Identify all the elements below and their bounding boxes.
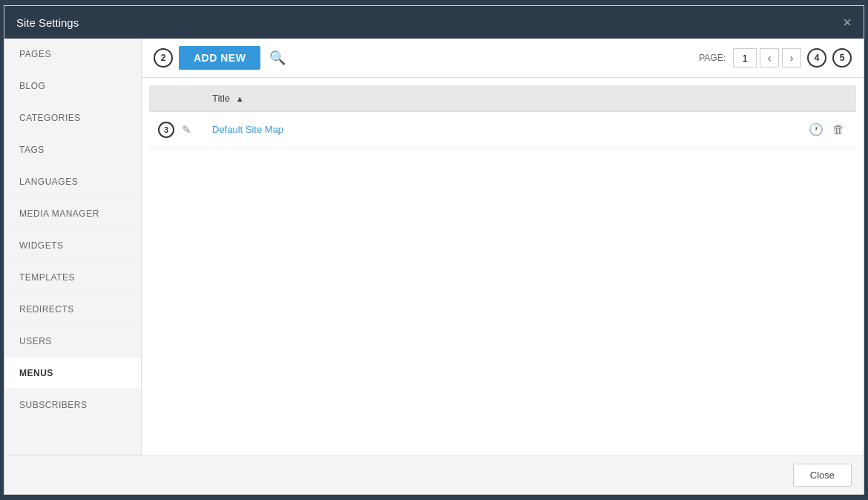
sidebar-item-redirects[interactable]: REDIRECTS (4, 294, 141, 326)
chevron-left-icon: ‹ (768, 52, 772, 64)
row-title-link[interactable]: Default Site Map (212, 124, 283, 135)
toolbar: 2 ADD NEW 🔍 PAGE: ‹ › 4 5 (142, 39, 864, 78)
table-row: 3 ✎ Default Site Map 🕐 🗑 (149, 112, 856, 148)
chevron-right-icon: › (790, 52, 794, 64)
sidebar-item-menus[interactable]: MENUS (4, 358, 141, 389)
col-header-actions (797, 85, 856, 112)
modal-footer: Close (4, 455, 864, 494)
table-area: Title ▲ 3 ✎ Default Site Map 🕐 🗑 (142, 78, 864, 455)
site-settings-modal: Site Settings × PAGESBLOGCATEGORIESTAGSL… (4, 5, 864, 495)
sidebar-item-media-manager[interactable]: MEDIA MANAGER (4, 198, 141, 230)
sidebar-item-subscribers[interactable]: SUBSCRIBERS (4, 389, 141, 421)
col-header-check (149, 85, 203, 112)
sidebar-item-templates[interactable]: TEMPLATES (4, 262, 141, 294)
add-new-button[interactable]: ADD NEW (179, 46, 260, 70)
sidebar-item-categories[interactable]: CATEGORIES (4, 102, 141, 134)
sidebar: PAGESBLOGCATEGORIESTAGSLANGUAGESMEDIA MA… (4, 39, 142, 455)
table-header-row: Title ▲ (149, 85, 856, 112)
sidebar-item-pages[interactable]: PAGES (4, 39, 141, 70)
toolbar-badge-2: 2 (154, 48, 173, 68)
row-actions-cell: 🕐 🗑 (797, 112, 856, 148)
main-content: 2 ADD NEW 🔍 PAGE: ‹ › 4 5 (142, 39, 864, 455)
sidebar-item-users[interactable]: USERS (4, 326, 141, 358)
table-head: Title ▲ (149, 85, 856, 112)
search-icon: 🔍 (269, 50, 286, 65)
search-button[interactable]: 🔍 (266, 47, 289, 69)
data-table: Title ▲ 3 ✎ Default Site Map 🕐 🗑 (149, 85, 856, 148)
table-body: 3 ✎ Default Site Map 🕐 🗑 (149, 112, 856, 148)
page-label: PAGE: (699, 53, 726, 63)
history-button[interactable]: 🕐 (806, 119, 826, 139)
toolbar-badge-4: 4 (807, 48, 826, 68)
sidebar-item-blog[interactable]: BLOG (4, 70, 141, 102)
sort-asc-icon: ▲ (236, 94, 244, 103)
modal-body: PAGESBLOGCATEGORIESTAGSLANGUAGESMEDIA MA… (4, 39, 864, 455)
next-page-button[interactable]: › (782, 48, 801, 68)
toolbar-badge-5: 5 (832, 48, 852, 68)
row-badge: 3 (158, 122, 174, 138)
delete-button[interactable]: 🗑 (829, 120, 847, 139)
sidebar-item-widgets[interactable]: WIDGETS (4, 230, 141, 262)
modal-title: Site Settings (16, 16, 79, 29)
col-header-title[interactable]: Title ▲ (203, 85, 797, 112)
page-input[interactable] (733, 48, 757, 68)
sidebar-item-languages[interactable]: LANGUAGES (4, 166, 141, 198)
prev-page-button[interactable]: ‹ (760, 48, 779, 68)
row-check-cell: 3 ✎ (149, 112, 203, 148)
close-button[interactable]: Close (793, 464, 852, 487)
modal-header: Site Settings × (4, 6, 864, 39)
edit-button[interactable]: ✎ (179, 122, 194, 138)
pagination: PAGE: ‹ › (699, 48, 801, 68)
modal-close-button[interactable]: × (843, 15, 852, 30)
row-title-cell: Default Site Map (203, 112, 797, 148)
sidebar-item-tags[interactable]: TAGS (4, 134, 141, 166)
col-title-label: Title (212, 93, 230, 104)
